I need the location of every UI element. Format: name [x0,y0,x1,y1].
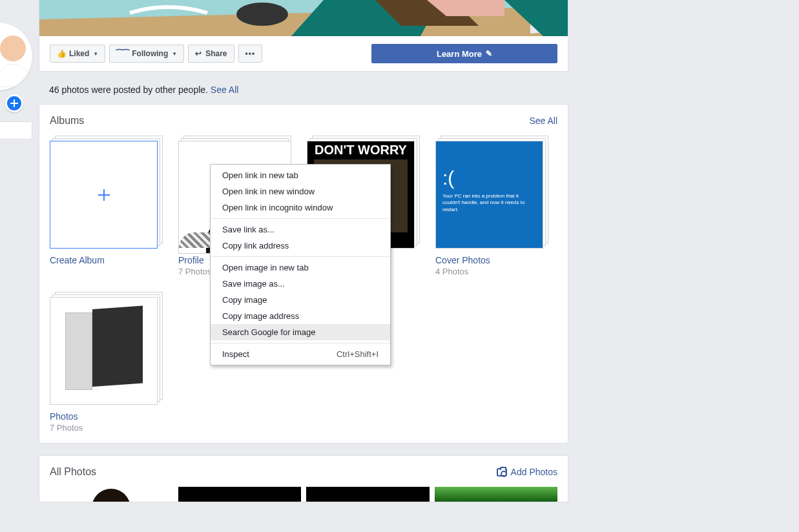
cover-photo-strip[interactable] [39,0,568,36]
photo-thumb[interactable] [178,487,302,502]
following-label: Following [132,49,168,58]
context-menu-item[interactable]: InspectCtrl+Shift+I [211,346,390,362]
albums-see-all-link[interactable]: See All [529,116,557,126]
see-all-others-link[interactable]: See All [211,85,239,95]
context-menu-item[interactable]: Open image in new tab [211,260,390,276]
camera-icon [497,468,507,476]
liked-button[interactable]: 👍 Liked ▼ [50,45,105,63]
context-menu-label: Copy image [222,295,267,305]
context-menu-label: Open link in new tab [222,170,298,180]
context-menu-label: Search Google for image [222,327,316,337]
context-menu-item[interactable]: Open link in incognito window [211,200,390,216]
context-menu-label: Open image in new tab [222,263,309,272]
context-menu-shortcut: Ctrl+Shift+I [337,349,379,359]
context-menu-item[interactable]: Save link as... [211,221,390,238]
photo-thumb[interactable] [306,487,430,502]
context-menu-item[interactable]: Copy image address [211,308,390,324]
bsod-face: :( [442,167,536,189]
add-photos-label: Add Photos [511,467,557,477]
plus-icon [98,189,110,201]
share-label: Share [205,49,227,58]
context-menu-label: Copy image address [222,311,299,321]
meme-top-text: DON'T WORRY [315,143,407,157]
album-title: Photos [50,411,163,422]
context-menu-label: Inspect [222,349,249,359]
create-album[interactable]: Create Album [50,136,163,276]
context-menu-label: Save image as... [222,279,285,289]
more-icon: ••• [245,49,256,58]
profile-avatar[interactable] [0,23,32,90]
bsod-msg: Your PC ran into a problem that it could… [442,193,536,213]
photo-thumb[interactable] [50,487,173,502]
context-menu-item[interactable]: Save image as... [211,276,390,292]
context-menu-label: Save link as... [222,225,275,234]
page-header: 👍 Liked ▼ ⁀⁀ Following ▼ Share ••• Learn… [39,0,568,72]
album-title: Cover Photos [435,255,548,265]
more-button[interactable]: ••• [238,45,263,63]
cta-button[interactable]: Learn More ✎ [371,44,557,63]
album-count: 4 Photos [435,267,548,276]
photos-by-others-line: 46 photos were posted by other people. S… [49,85,568,95]
create-album-label: Create Album [50,255,163,265]
all-photos-title: All Photos [50,466,96,478]
svg-point-5 [236,3,288,26]
liked-label: Liked [69,49,89,58]
album-photos[interactable]: Photos 7 Photos [50,292,163,433]
left-panel-stub [0,121,32,139]
cta-label: Learn More [437,49,482,59]
all-photos-card: All Photos Add Photos [39,455,568,502]
add-profile-badge[interactable] [5,94,23,112]
album-cover-photos[interactable]: :( Your PC ran into a problem that it co… [435,136,548,276]
share-button[interactable]: Share [188,45,234,63]
context-menu-item[interactable]: Open link in new window [211,183,390,200]
context-menu-label: Copy link address [222,241,289,251]
photos-by-others-text: 46 photos were posted by other people. [49,85,208,95]
context-menu-item[interactable]: Copy image [211,292,390,308]
context-menu-item[interactable]: Copy link address [211,238,390,254]
following-button[interactable]: ⁀⁀ Following ▼ [109,45,184,63]
context-menu-label: Open link in incognito window [222,203,333,212]
context-menu: Open link in new tabOpen link in new win… [210,164,391,365]
pencil-icon: ✎ [486,49,492,58]
context-menu-label: Open link in new window [222,187,315,196]
album-count: 7 Photos [50,423,163,433]
like-icon: 👍 [57,49,67,58]
context-menu-item[interactable]: Search Google for image [211,324,390,340]
chevron-down-icon: ▼ [93,51,98,57]
albums-title: Albums [50,115,84,127]
photo-thumb[interactable] [435,487,558,502]
chevron-down-icon: ▼ [172,51,177,57]
share-icon [195,49,203,58]
add-photos-link[interactable]: Add Photos [497,467,557,477]
context-menu-item[interactable]: Open link in new tab [211,167,390,183]
rss-icon: ⁀⁀ [116,49,129,58]
